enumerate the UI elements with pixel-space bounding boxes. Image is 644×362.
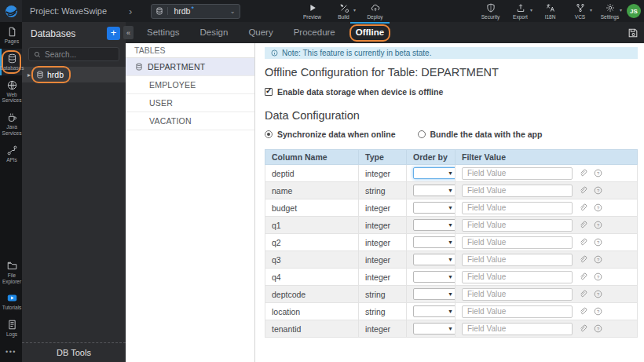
filter-value-input[interactable] xyxy=(462,271,573,283)
bind-link-icon[interactable] xyxy=(579,290,587,298)
sidebar-item-java-services[interactable]: Java Services xyxy=(0,108,22,141)
caret-down-icon: ▼ xyxy=(448,274,453,280)
filter-value-input[interactable] xyxy=(462,305,573,318)
sidebar-item-file-explorer[interactable]: File Explorer xyxy=(0,256,22,289)
sidebar-more-button[interactable]: ••• xyxy=(0,342,22,362)
bind-link-icon[interactable] xyxy=(579,324,587,333)
sidebar-item-logs[interactable]: Logs xyxy=(0,315,22,342)
table-item-user[interactable]: USER xyxy=(126,94,254,112)
sidebar-item-apis[interactable]: APIs xyxy=(0,141,22,167)
bind-link-icon[interactable] xyxy=(579,169,587,177)
help-icon[interactable]: ? xyxy=(594,221,602,229)
tab-query[interactable]: Query xyxy=(238,22,283,43)
collapse-panel-button[interactable]: « xyxy=(123,26,134,39)
save-button[interactable] xyxy=(628,27,639,38)
table-icon xyxy=(135,63,143,71)
help-icon[interactable]: ? xyxy=(594,290,602,298)
column-name-cell: q4 xyxy=(265,269,359,286)
i18n-button[interactable]: I18N xyxy=(538,0,562,20)
help-icon[interactable]: ? xyxy=(594,307,602,316)
filter-value-input[interactable] xyxy=(462,236,573,249)
security-button[interactable]: Security xyxy=(478,0,503,20)
caret-down-icon: ▼ xyxy=(448,205,453,210)
enable-storage-label: Enable data storage when device is offli… xyxy=(277,87,443,97)
order-by-select[interactable]: ▼ xyxy=(413,288,457,300)
table-item-employee[interactable]: EMPLOYEE xyxy=(126,76,254,94)
vcs-button[interactable]: ▾VCS xyxy=(568,0,592,20)
app-logo[interactable] xyxy=(0,0,22,22)
order-by-select[interactable]: ▼ xyxy=(413,271,457,283)
database-selector-dropdown[interactable]: hrdb* ⌄ xyxy=(151,4,240,19)
help-icon[interactable]: ? xyxy=(594,238,602,247)
chevron-down-icon: ⌄ xyxy=(230,8,240,15)
help-icon[interactable]: ? xyxy=(594,324,602,333)
tab-settings[interactable]: Settings xyxy=(137,22,190,43)
database-search-input[interactable] xyxy=(45,50,114,59)
user-avatar[interactable]: JS xyxy=(627,4,641,18)
order-by-select[interactable]: ▼ xyxy=(413,167,457,179)
table-item-department[interactable]: DEPARTMENT xyxy=(126,58,254,76)
filter-value-input[interactable] xyxy=(462,219,573,232)
table-item-vacation[interactable]: VACATION xyxy=(126,112,254,130)
toolbar-label: Settings xyxy=(601,14,620,20)
order-by-select[interactable]: ▼ xyxy=(413,323,457,335)
filter-value-input[interactable] xyxy=(462,185,573,197)
help-icon[interactable]: ? xyxy=(594,169,602,177)
save-icon xyxy=(628,27,639,38)
search-icon xyxy=(34,51,41,58)
tab-offline[interactable]: Offline xyxy=(346,22,394,43)
type-header: Type xyxy=(359,150,407,165)
bind-link-icon[interactable] xyxy=(579,255,587,264)
bind-link-icon[interactable] xyxy=(579,203,587,212)
database-item-hrdb[interactable]: ▸hrdb xyxy=(22,67,126,82)
pages-icon xyxy=(7,27,17,37)
order-by-select[interactable]: ▼ xyxy=(413,219,457,231)
filter-value-input[interactable] xyxy=(462,288,573,301)
column-type-cell: integer xyxy=(359,199,407,217)
help-icon[interactable]: ? xyxy=(594,186,602,195)
sync-option-bundle-the-data-with-the-app[interactable]: Bundle the data with the app xyxy=(418,130,543,139)
tree-expand-icon[interactable]: ▸ xyxy=(27,71,31,79)
filter-value-input[interactable] xyxy=(462,202,573,214)
settings-button[interactable]: ▾Settings xyxy=(598,0,622,20)
deploy-button[interactable]: Deploy xyxy=(363,0,387,20)
top-bar: Project: WaveSwipe › hrdb* ⌄ Preview▾Bui… xyxy=(0,0,644,22)
filter-value-input[interactable] xyxy=(462,323,573,335)
order-by-select[interactable]: ▼ xyxy=(413,254,457,265)
bind-link-icon[interactable] xyxy=(579,186,587,195)
export-button[interactable]: ▾Export xyxy=(508,0,532,20)
db-tools-button[interactable]: DB Tools xyxy=(22,342,126,362)
bind-link-icon[interactable] xyxy=(579,221,587,229)
sidebar-item-web-services[interactable]: Web Services xyxy=(0,75,22,108)
bind-link-icon[interactable] xyxy=(579,272,587,281)
order-by-select[interactable]: ▼ xyxy=(413,202,457,214)
bind-link-icon[interactable] xyxy=(579,238,587,247)
order-by-select[interactable]: ▼ xyxy=(413,185,457,196)
sidebar-item-pages[interactable]: Pages xyxy=(0,22,22,49)
bind-link-icon[interactable] xyxy=(579,307,587,316)
help-icon[interactable]: ? xyxy=(594,255,602,264)
build-button[interactable]: ▾Build xyxy=(331,0,356,20)
filter-value-input[interactable] xyxy=(462,254,573,266)
toolbar-label: Export xyxy=(513,14,528,20)
order-by-select[interactable]: ▼ xyxy=(413,236,457,248)
sidebar-item-label: APIs xyxy=(5,157,18,163)
preview-button[interactable]: Preview xyxy=(300,0,324,20)
settings-icon xyxy=(606,3,615,13)
svg-text:?: ? xyxy=(597,240,600,245)
help-icon[interactable]: ? xyxy=(594,272,602,281)
sidebar-item-tutorials[interactable]: Tutorials xyxy=(0,288,22,315)
caret-down-icon: ▼ xyxy=(448,291,453,297)
add-database-button[interactable]: + xyxy=(107,27,120,40)
enable-storage-checkbox[interactable]: Enable data storage when device is offli… xyxy=(265,87,443,97)
tab-design[interactable]: Design xyxy=(190,22,239,43)
order-by-select[interactable]: ▼ xyxy=(413,305,457,317)
caret-down-icon: ▼ xyxy=(448,170,453,176)
column-row-tenantid: tenantidinteger▼? xyxy=(265,320,638,338)
help-icon[interactable]: ? xyxy=(594,203,602,212)
sidebar-item-databases[interactable]: Databases xyxy=(0,49,22,75)
sync-option-synchronize-data-when-online[interactable]: Synchronize data when online xyxy=(265,130,396,139)
filter-value-input[interactable] xyxy=(462,167,573,180)
tutorials-icon xyxy=(7,293,17,303)
tab-procedure[interactable]: Procedure xyxy=(284,22,346,43)
